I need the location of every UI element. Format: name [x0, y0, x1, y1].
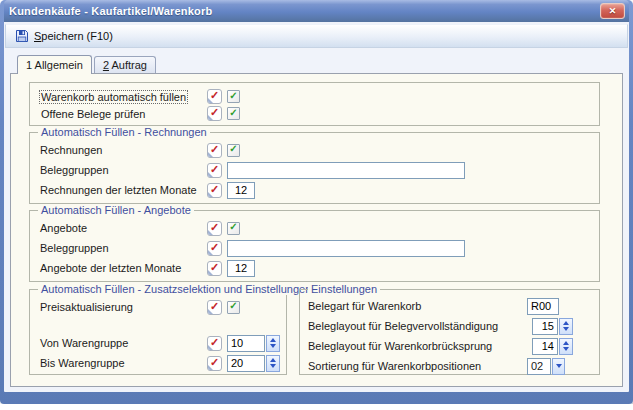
control — [532, 318, 573, 335]
spin-down-icon — [270, 344, 276, 348]
dialog-client-area: Speichern (F10) 1 Allgemein 2 Auftrag Wa… — [4, 22, 629, 392]
spin-up-icon — [270, 338, 276, 342]
angebote-monate-input[interactable] — [227, 260, 255, 277]
beleglayout-ruecksprung-input[interactable] — [532, 338, 558, 355]
sortierung-dropdown[interactable]: 02 — [527, 358, 565, 375]
field-label: Bis Warengruppe — [40, 357, 207, 369]
rechnungen-beleggruppen-input[interactable] — [227, 162, 465, 179]
rechnungen-checkbox[interactable]: ✓ — [227, 144, 240, 157]
spin-down-icon — [270, 364, 276, 368]
red-check-icon: ✓ — [210, 337, 219, 348]
save-button-label: Speichern (F10) — [34, 30, 113, 42]
dropdown-button[interactable] — [552, 358, 565, 375]
row-rechnungen-monate: Rechnungen der letzten Monate ✓ — [40, 181, 599, 199]
spin-down-icon — [563, 327, 569, 331]
offene-belege-pruefen-checkbox[interactable]: ✓ — [227, 107, 240, 120]
tab-allgemein-label: 1 Allgemein — [26, 59, 83, 71]
group-angebote: Automatisch Füllen - Angebote Angebote ✓… — [29, 210, 600, 282]
field-label: Beleglayout für Warenkorbrücksprung — [308, 340, 492, 352]
bis-warengruppe-spinner[interactable] — [266, 355, 280, 372]
warenkorb-automatisch-fuellen-checkbox[interactable]: ✓ — [227, 90, 240, 103]
field-label: Beleggruppen — [40, 242, 207, 254]
bottom-groups-row: Automatisch Füllen - Zusatzselektion und… — [29, 289, 600, 375]
row-beleglayout-vervollstaendigung: Beleglayout für Belegvervollständigung — [308, 317, 573, 335]
row-rechnungen: Rechnungen ✓ ✓ — [40, 141, 599, 159]
rechnungen-monate-input[interactable] — [227, 182, 255, 199]
bis-warengruppe-input[interactable] — [227, 355, 265, 372]
row-angebote-monate: Angebote der letzten Monate ✓ — [40, 259, 599, 277]
beleglayout-vervollstaendigung-input[interactable] — [532, 318, 558, 335]
field-label: Rechnungen — [40, 144, 207, 156]
von-warengruppe-spinbox — [222, 335, 280, 352]
green-check-icon: ✓ — [229, 144, 237, 154]
save-button[interactable]: Speichern (F10) — [10, 27, 118, 45]
group-title: Automatisch Füllen - Rechnungen — [38, 126, 210, 138]
window-title: Kundenkäufe - Kaufartikel/Warenkorb — [9, 5, 212, 17]
red-check-icon: ✓ — [210, 90, 219, 101]
field-label: Angebote der letzten Monate — [40, 262, 207, 274]
preisaktualisierung-checkbox[interactable]: ✓ — [227, 301, 240, 314]
field-label: Rechnungen der letzten Monate — [40, 184, 207, 196]
green-check-icon: ✓ — [229, 301, 237, 311]
group-title: Automatisch Füllen - Angebote — [38, 204, 194, 216]
red-check-icon: ✓ — [210, 107, 219, 118]
group-rechnungen: Automatisch Füllen - Rechnungen Rechnung… — [29, 132, 600, 204]
field-label: Preisaktualisierung — [40, 301, 207, 313]
modified-flag-button[interactable]: ✓ — [207, 336, 222, 351]
field-label: Belegart für Warenkorb — [308, 300, 421, 312]
red-check-icon: ✓ — [210, 184, 219, 195]
von-warengruppe-spinner[interactable] — [266, 335, 280, 352]
save-icon — [15, 29, 29, 43]
modified-flag-button[interactable]: ✓ — [207, 356, 222, 371]
field-label: Sortierung für Warenkorbpositionen — [308, 360, 481, 372]
spin-up-icon — [563, 321, 569, 325]
red-check-icon: ✓ — [210, 301, 219, 312]
modified-flag-button[interactable]: ✓ — [207, 241, 222, 256]
tab-auftrag[interactable]: 2 Auftrag — [94, 56, 156, 73]
tab-auftrag-label: 2 Auftrag — [103, 59, 147, 71]
modified-flag-button[interactable]: ✓ — [207, 300, 222, 315]
angebote-beleggruppen-input[interactable] — [227, 240, 465, 257]
modified-flag-button[interactable]: ✓ — [207, 143, 222, 158]
spin-up-icon — [270, 358, 276, 362]
tab-panel-allgemein: Warenkorb automatisch füllen ✓ ✓ Offene … — [10, 73, 623, 387]
group-zusatzselektion: Automatisch Füllen - Zusatzselektion und… — [29, 289, 287, 375]
tabstrip: 1 Allgemein 2 Auftrag — [17, 55, 629, 73]
row-beleglayout-ruecksprung: Beleglayout für Warenkorbrücksprung — [308, 337, 573, 355]
von-warengruppe-input[interactable] — [227, 335, 265, 352]
modified-flag-button[interactable]: ✓ — [207, 221, 222, 236]
red-check-icon: ✓ — [210, 242, 219, 253]
modified-flag-button[interactable]: ✓ — [207, 89, 222, 104]
row-rechnungen-beleggruppen: Beleggruppen ✓ — [40, 161, 599, 179]
control — [532, 338, 573, 355]
row-bis-warengruppe: Bis Warengruppe ✓ — [40, 354, 286, 372]
modified-flag-button[interactable]: ✓ — [207, 163, 222, 178]
group-general: Warenkorb automatisch füllen ✓ ✓ Offene … — [29, 82, 600, 126]
titlebar[interactable]: Kundenkäufe - Kaufartikel/Warenkorb ✕ — [4, 0, 629, 22]
spacer — [40, 318, 286, 334]
belegart-warenkorb-input[interactable] — [527, 298, 559, 315]
dialog-window: Kundenkäufe - Kaufartikel/Warenkorb ✕ Sp… — [0, 0, 633, 404]
beleglayout-ruecksprung-spinner[interactable] — [559, 338, 573, 355]
green-check-icon: ✓ — [229, 222, 237, 232]
group-title: Einstellungen — [308, 283, 380, 295]
modified-flag-button[interactable]: ✓ — [207, 106, 222, 121]
tab-allgemein[interactable]: 1 Allgemein — [17, 55, 92, 74]
chevron-down-icon — [556, 364, 562, 368]
modified-flag-button[interactable]: ✓ — [207, 261, 222, 276]
angebote-checkbox[interactable]: ✓ — [227, 222, 240, 235]
field-label: Angebote — [40, 222, 207, 234]
row-belegart-warenkorb: Belegart für Warenkorb — [308, 297, 573, 315]
field-label: Beleglayout für Belegvervollständigung — [308, 320, 498, 332]
row-warenkorb-automatisch-fuellen: Warenkorb automatisch füllen ✓ ✓ — [40, 89, 599, 104]
field-label: Beleggruppen — [40, 164, 207, 176]
beleglayout-vervollstaendigung-spinner[interactable] — [559, 318, 573, 335]
row-von-warengruppe: Von Warengruppe ✓ — [40, 334, 286, 352]
row-sortierung-warenkorbpositionen: Sortierung für Warenkorbpositionen 02 — [308, 357, 573, 375]
field-label: Warenkorb automatisch füllen — [40, 91, 207, 103]
modified-flag-button[interactable]: ✓ — [207, 183, 222, 198]
red-check-icon: ✓ — [210, 262, 219, 273]
spin-down-icon — [563, 347, 569, 351]
close-button[interactable]: ✕ — [600, 3, 625, 19]
field-label: Von Warengruppe — [40, 337, 207, 349]
